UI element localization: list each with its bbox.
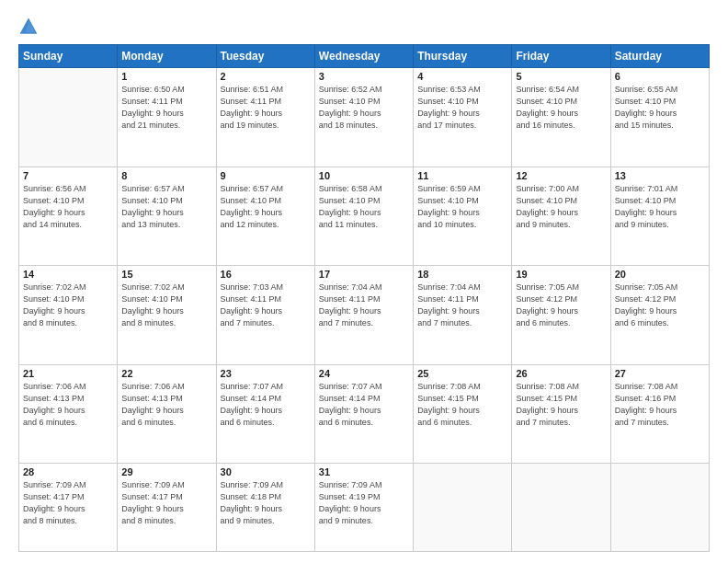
calendar-day-cell: 26Sunrise: 7:08 AM Sunset: 4:15 PM Dayli…: [512, 364, 610, 464]
day-info: Sunrise: 7:04 AM Sunset: 4:11 PM Dayligh…: [319, 282, 409, 329]
day-info: Sunrise: 6:59 AM Sunset: 4:10 PM Dayligh…: [417, 183, 507, 231]
calendar-day-cell: 8Sunrise: 6:57 AM Sunset: 4:10 PM Daylig…: [118, 167, 216, 266]
calendar-week-row: 14Sunrise: 7:02 AM Sunset: 4:10 PM Dayli…: [19, 266, 710, 365]
day-number: 20: [615, 269, 705, 280]
day-number: 27: [615, 368, 705, 379]
day-number: 4: [417, 71, 507, 82]
calendar-day-cell: 9Sunrise: 6:57 AM Sunset: 4:10 PM Daylig…: [216, 167, 314, 266]
calendar-day-cell: [414, 464, 512, 552]
calendar-table: SundayMondayTuesdayWednesdayThursdayFrid…: [18, 44, 710, 552]
day-info: Sunrise: 7:09 AM Sunset: 4:18 PM Dayligh…: [221, 479, 311, 527]
day-info: Sunrise: 7:08 AM Sunset: 4:15 PM Dayligh…: [516, 381, 606, 429]
calendar-day-cell: 5Sunrise: 6:54 AM Sunset: 4:10 PM Daylig…: [512, 68, 610, 167]
calendar-day-header: Friday: [512, 45, 610, 68]
day-info: Sunrise: 7:08 AM Sunset: 4:15 PM Dayligh…: [417, 381, 507, 429]
calendar-week-row: 21Sunrise: 7:06 AM Sunset: 4:13 PM Dayli…: [19, 364, 710, 464]
day-info: Sunrise: 7:04 AM Sunset: 4:11 PM Dayligh…: [417, 282, 507, 329]
calendar-day-header: Sunday: [19, 45, 118, 68]
day-info: Sunrise: 7:07 AM Sunset: 4:14 PM Dayligh…: [221, 381, 311, 429]
day-info: Sunrise: 6:54 AM Sunset: 4:10 PM Dayligh…: [516, 84, 606, 132]
calendar-day-cell: 11Sunrise: 6:59 AM Sunset: 4:10 PM Dayli…: [414, 167, 512, 266]
calendar-day-cell: 23Sunrise: 7:07 AM Sunset: 4:14 PM Dayli…: [216, 364, 314, 464]
calendar-day-cell: 1Sunrise: 6:50 AM Sunset: 4:11 PM Daylig…: [118, 68, 216, 167]
calendar-day-cell: [19, 68, 118, 167]
day-number: 28: [23, 466, 113, 477]
calendar-day-cell: 18Sunrise: 7:04 AM Sunset: 4:11 PM Dayli…: [414, 266, 512, 365]
day-number: 25: [417, 368, 507, 379]
calendar-day-header: Monday: [118, 45, 216, 68]
logo: [18, 17, 40, 37]
day-number: 9: [221, 170, 311, 181]
calendar-day-header: Saturday: [610, 45, 709, 68]
calendar-day-cell: 7Sunrise: 6:56 AM Sunset: 4:10 PM Daylig…: [19, 167, 118, 266]
header: [18, 17, 710, 37]
day-info: Sunrise: 6:53 AM Sunset: 4:10 PM Dayligh…: [417, 84, 507, 132]
calendar-day-header: Thursday: [414, 45, 512, 68]
calendar-day-cell: 17Sunrise: 7:04 AM Sunset: 4:11 PM Dayli…: [314, 266, 413, 365]
day-info: Sunrise: 6:57 AM Sunset: 4:10 PM Dayligh…: [221, 183, 311, 231]
calendar-week-row: 7Sunrise: 6:56 AM Sunset: 4:10 PM Daylig…: [19, 167, 710, 266]
day-info: Sunrise: 7:05 AM Sunset: 4:12 PM Dayligh…: [615, 282, 705, 329]
calendar-day-cell: 13Sunrise: 7:01 AM Sunset: 4:10 PM Dayli…: [610, 167, 709, 266]
day-number: 11: [417, 170, 507, 181]
day-number: 16: [221, 269, 311, 280]
day-number: 8: [121, 170, 211, 181]
calendar-day-cell: 28Sunrise: 7:09 AM Sunset: 4:17 PM Dayli…: [19, 464, 118, 552]
day-info: Sunrise: 7:01 AM Sunset: 4:10 PM Dayligh…: [615, 183, 705, 231]
day-number: 15: [121, 269, 211, 280]
calendar-day-cell: 16Sunrise: 7:03 AM Sunset: 4:11 PM Dayli…: [216, 266, 314, 365]
day-info: Sunrise: 6:57 AM Sunset: 4:10 PM Dayligh…: [121, 183, 211, 231]
calendar-day-cell: 19Sunrise: 7:05 AM Sunset: 4:12 PM Dayli…: [512, 266, 610, 365]
calendar-day-cell: 6Sunrise: 6:55 AM Sunset: 4:10 PM Daylig…: [610, 68, 709, 167]
day-number: 5: [516, 71, 606, 82]
day-info: Sunrise: 7:08 AM Sunset: 4:16 PM Dayligh…: [615, 381, 705, 429]
day-info: Sunrise: 7:06 AM Sunset: 4:13 PM Dayligh…: [23, 381, 113, 429]
day-info: Sunrise: 7:09 AM Sunset: 4:17 PM Dayligh…: [23, 479, 113, 527]
calendar-day-cell: 14Sunrise: 7:02 AM Sunset: 4:10 PM Dayli…: [19, 266, 118, 365]
day-number: 18: [417, 269, 507, 280]
day-info: Sunrise: 6:51 AM Sunset: 4:11 PM Dayligh…: [221, 84, 311, 132]
day-info: Sunrise: 7:02 AM Sunset: 4:10 PM Dayligh…: [121, 282, 211, 329]
calendar-week-row: 1Sunrise: 6:50 AM Sunset: 4:11 PM Daylig…: [19, 68, 710, 167]
day-number: 7: [23, 170, 113, 181]
day-number: 3: [319, 71, 409, 82]
day-number: 17: [319, 269, 409, 280]
day-info: Sunrise: 7:09 AM Sunset: 4:19 PM Dayligh…: [319, 479, 409, 527]
calendar-day-cell: 20Sunrise: 7:05 AM Sunset: 4:12 PM Dayli…: [610, 266, 709, 365]
calendar-day-cell: 10Sunrise: 6:58 AM Sunset: 4:10 PM Dayli…: [314, 167, 413, 266]
day-info: Sunrise: 7:02 AM Sunset: 4:10 PM Dayligh…: [23, 282, 113, 329]
day-number: 1: [121, 71, 211, 82]
logo-icon: [18, 17, 39, 37]
calendar-header-row: SundayMondayTuesdayWednesdayThursdayFrid…: [19, 45, 710, 68]
calendar-day-cell: 12Sunrise: 7:00 AM Sunset: 4:10 PM Dayli…: [512, 167, 610, 266]
day-info: Sunrise: 7:09 AM Sunset: 4:17 PM Dayligh…: [121, 479, 211, 527]
day-number: 14: [23, 269, 113, 280]
calendar-day-cell: 15Sunrise: 7:02 AM Sunset: 4:10 PM Dayli…: [118, 266, 216, 365]
day-info: Sunrise: 6:58 AM Sunset: 4:10 PM Dayligh…: [319, 183, 409, 231]
day-info: Sunrise: 7:06 AM Sunset: 4:13 PM Dayligh…: [121, 381, 211, 429]
calendar-day-cell: 22Sunrise: 7:06 AM Sunset: 4:13 PM Dayli…: [118, 364, 216, 464]
day-number: 19: [516, 269, 606, 280]
page: SundayMondayTuesdayWednesdayThursdayFrid…: [0, 0, 728, 563]
day-info: Sunrise: 7:00 AM Sunset: 4:10 PM Dayligh…: [516, 183, 606, 231]
calendar-day-cell: 21Sunrise: 7:06 AM Sunset: 4:13 PM Dayli…: [19, 364, 118, 464]
day-info: Sunrise: 6:52 AM Sunset: 4:10 PM Dayligh…: [319, 84, 409, 132]
calendar-day-cell: [512, 464, 610, 552]
day-number: 12: [516, 170, 606, 181]
calendar-day-cell: 2Sunrise: 6:51 AM Sunset: 4:11 PM Daylig…: [216, 68, 314, 167]
day-number: 29: [121, 466, 211, 477]
day-info: Sunrise: 7:03 AM Sunset: 4:11 PM Dayligh…: [221, 282, 311, 329]
day-info: Sunrise: 6:55 AM Sunset: 4:10 PM Dayligh…: [615, 84, 705, 132]
calendar-day-cell: 4Sunrise: 6:53 AM Sunset: 4:10 PM Daylig…: [414, 68, 512, 167]
calendar-day-cell: 29Sunrise: 7:09 AM Sunset: 4:17 PM Dayli…: [118, 464, 216, 552]
day-info: Sunrise: 7:07 AM Sunset: 4:14 PM Dayligh…: [319, 381, 409, 429]
day-info: Sunrise: 6:50 AM Sunset: 4:11 PM Dayligh…: [121, 84, 211, 132]
calendar-day-cell: 25Sunrise: 7:08 AM Sunset: 4:15 PM Dayli…: [414, 364, 512, 464]
day-number: 2: [221, 71, 311, 82]
calendar-day-cell: 30Sunrise: 7:09 AM Sunset: 4:18 PM Dayli…: [216, 464, 314, 552]
calendar-week-row: 28Sunrise: 7:09 AM Sunset: 4:17 PM Dayli…: [19, 464, 710, 552]
day-info: Sunrise: 7:05 AM Sunset: 4:12 PM Dayligh…: [516, 282, 606, 329]
day-number: 31: [319, 466, 409, 477]
calendar-day-cell: [610, 464, 709, 552]
day-number: 10: [319, 170, 409, 181]
